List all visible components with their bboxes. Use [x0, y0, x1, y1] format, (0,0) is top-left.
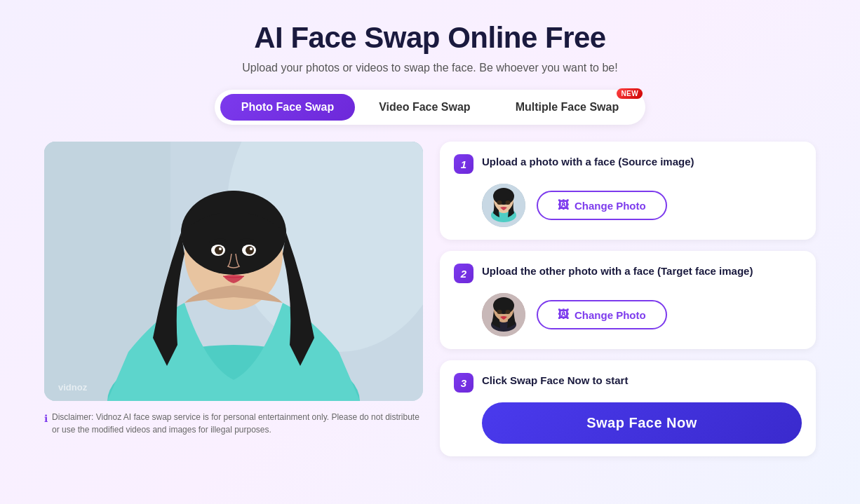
- svg-point-19: [506, 200, 511, 205]
- page-subtitle: Upload your photos or videos to swap the…: [215, 62, 645, 74]
- step-3-number: 3: [454, 373, 473, 393]
- step-1-body: 🖼 Change Photo: [454, 184, 802, 227]
- change-photo-btn-1[interactable]: 🖼 Change Photo: [537, 191, 667, 220]
- new-badge: NEW: [617, 88, 643, 99]
- step-3-card: 3 Click Swap Face Now to start Swap Face…: [440, 360, 816, 456]
- target-face-svg: [482, 293, 525, 336]
- tab-multiple-face-swap[interactable]: Multiple Face Swap NEW: [495, 94, 640, 121]
- svg-point-12: [250, 247, 253, 250]
- svg-point-23: [493, 297, 514, 314]
- step-2-number: 2: [454, 264, 473, 283]
- source-face-svg: [482, 184, 525, 227]
- step-2-card: 2 Upload the other photo with a face (Ta…: [440, 251, 816, 349]
- step-2-header: 2 Upload the other photo with a face (Ta…: [454, 264, 802, 283]
- source-face-thumbnail: [482, 184, 525, 227]
- left-panel: vidnoz ℹ Disclaimer: Vidnoz AI face swap…: [44, 142, 423, 436]
- svg-text:vidnoz: vidnoz: [58, 382, 88, 393]
- step-2-body: 🖼 Change Photo: [454, 293, 802, 336]
- step-3-title: Click Swap Face Now to start: [482, 373, 628, 388]
- tab-video-face-swap[interactable]: Video Face Swap: [358, 94, 491, 121]
- right-panel: 1 Upload a photo with a face (Source ima…: [440, 142, 816, 456]
- svg-point-25: [506, 310, 511, 314]
- svg-point-17: [493, 188, 514, 205]
- image-icon-2: 🖼: [558, 308, 569, 321]
- target-face-thumbnail: [482, 293, 525, 336]
- info-icon: ℹ: [44, 411, 48, 426]
- svg-point-24: [497, 310, 502, 314]
- page-title: AI Face Swap Online Free: [215, 21, 645, 55]
- tab-photo-face-swap[interactable]: Photo Face Swap: [220, 94, 355, 121]
- change-photo-btn-2[interactable]: 🖼 Change Photo: [537, 300, 667, 329]
- disclaimer-text: Disclaimer: Vidnoz AI face swap service …: [52, 411, 423, 436]
- step-3-body: Swap Face Now: [454, 402, 802, 444]
- step-3-header: 3 Click Swap Face Now to start: [454, 373, 802, 393]
- svg-point-18: [497, 200, 502, 205]
- svg-point-9: [215, 246, 223, 254]
- header-section: AI Face Swap Online Free Upload your pho…: [215, 21, 645, 125]
- step-1-card: 1 Upload a photo with a face (Source ima…: [440, 142, 816, 240]
- step-1-number: 1: [454, 154, 473, 174]
- main-content: vidnoz ℹ Disclaimer: Vidnoz AI face swap…: [44, 142, 816, 456]
- woman-illustration: vidnoz: [44, 142, 423, 401]
- disclaimer: ℹ Disclaimer: Vidnoz AI face swap servic…: [44, 411, 423, 436]
- preview-image: vidnoz: [44, 142, 423, 401]
- image-icon-1: 🖼: [558, 199, 569, 212]
- step-1-header: 1 Upload a photo with a face (Source ima…: [454, 154, 802, 174]
- svg-point-10: [246, 246, 254, 254]
- preview-image-container: vidnoz: [44, 142, 423, 401]
- step-2-title: Upload the other photo with a face (Targ…: [482, 264, 753, 278]
- svg-point-11: [219, 247, 222, 250]
- tab-bar: Photo Face Swap Video Face Swap Multiple…: [215, 90, 645, 125]
- swap-face-now-button[interactable]: Swap Face Now: [482, 402, 802, 444]
- step-1-title: Upload a photo with a face (Source image…: [482, 154, 694, 169]
